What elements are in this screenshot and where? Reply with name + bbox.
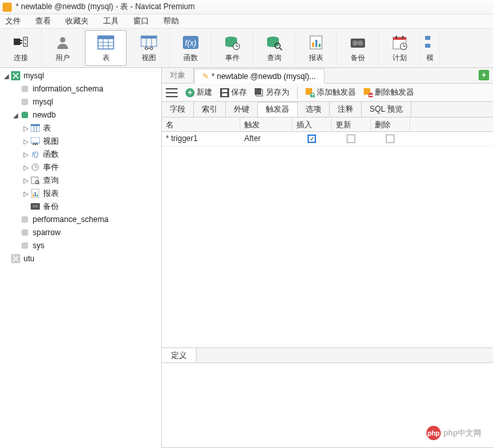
table-icon <box>97 33 115 52</box>
menu-icon[interactable] <box>166 88 178 97</box>
tree-events[interactable]: ▷ 事件 <box>0 161 161 174</box>
expand-icon[interactable]: ▷ <box>22 164 30 171</box>
window-title: * newtable @newdb (mysql) - 表 - Navicat … <box>16 1 195 12</box>
subtab-field[interactable]: 字段 <box>162 102 194 117</box>
svg-text:f(x): f(x) <box>185 39 196 48</box>
cell-insert[interactable] <box>293 132 332 146</box>
tree-db-infoschema[interactable]: information_schema <box>0 82 161 95</box>
subtab-index[interactable]: 索引 <box>194 102 226 117</box>
view-icon <box>140 33 158 52</box>
toolbar-plan[interactable]: 计划 <box>379 29 421 67</box>
menu-favorites[interactable]: 收藏夹 <box>65 16 89 27</box>
svg-point-17 <box>145 47 148 50</box>
trigger-row[interactable]: * trigger1 After <box>162 132 493 146</box>
tree-db-perfschema[interactable]: performance_schema <box>0 213 161 226</box>
tree-db-sparrow[interactable]: sparrow <box>0 226 161 239</box>
expand-icon[interactable]: ▷ <box>22 190 30 197</box>
subtab-sqlpreview[interactable]: SQL 预览 <box>362 102 411 117</box>
checkbox-insert[interactable] <box>308 135 316 143</box>
tab-editing-table[interactable]: ✎ * newtable @newdb (mysql)... <box>194 69 325 84</box>
tree-db-sys[interactable]: sys <box>0 239 161 252</box>
separator <box>297 87 298 99</box>
tree-db-newdb[interactable]: ◢ newdb <box>0 108 161 121</box>
toolbar-model[interactable]: 模 <box>421 29 440 67</box>
cell-update[interactable] <box>332 132 371 146</box>
svg-point-34 <box>353 40 358 46</box>
menu-window[interactable]: 窗口 <box>133 16 149 27</box>
svg-rect-74 <box>222 89 227 92</box>
menu-help[interactable]: 帮助 <box>163 16 179 27</box>
tree-tables[interactable]: ▷ 表 <box>0 121 161 135</box>
header-trigger[interactable]: 触发 <box>240 118 293 131</box>
def-tab-definition[interactable]: 定义 <box>162 348 197 362</box>
tree-queries[interactable]: ▷ 查询 <box>0 174 161 187</box>
connection-tree[interactable]: ◢ mysql information_schema mysql ◢ newdb… <box>0 68 162 448</box>
toolbar-report[interactable]: 报表 <box>295 29 337 67</box>
expand-icon[interactable]: ▷ <box>22 177 30 184</box>
toolbar-connect[interactable]: 连接 <box>0 29 42 67</box>
add-tab-button[interactable]: + <box>479 70 489 80</box>
subtab-comment[interactable]: 注释 <box>330 102 362 117</box>
collapse-icon[interactable]: ◢ <box>3 72 10 80</box>
tree-functions[interactable]: ▷ f() 函数 <box>0 148 161 161</box>
menu-view[interactable]: 查看 <box>35 16 51 27</box>
table-icon <box>30 123 40 133</box>
server-icon <box>10 71 21 80</box>
tree-views[interactable]: ▷ 视图 <box>0 135 161 148</box>
header-update[interactable]: 更新 <box>332 118 371 131</box>
tree-reports[interactable]: ▷ 报表 <box>0 187 161 200</box>
save-icon <box>220 88 229 97</box>
tab-objects[interactable]: 对象 <box>162 68 194 83</box>
toolbar-function[interactable]: f(x) 函数 <box>170 29 212 67</box>
menu-tools[interactable]: 工具 <box>103 16 119 27</box>
tree-backups[interactable]: 备份 <box>0 200 161 213</box>
action-saveas[interactable]: 另存为 <box>255 87 289 98</box>
checkbox-delete[interactable] <box>386 135 394 143</box>
cell-delete[interactable] <box>371 132 410 146</box>
svg-rect-59 <box>31 177 38 184</box>
database-icon <box>20 215 30 224</box>
svg-rect-32 <box>319 44 321 47</box>
header-delete[interactable]: 删除 <box>371 118 410 131</box>
watermark: php php中文网 <box>426 426 481 440</box>
header-name[interactable]: 名 <box>162 118 240 131</box>
subtab-option[interactable]: 选项 <box>298 102 330 117</box>
subtab-fk[interactable]: 外键 <box>226 102 258 117</box>
app-icon <box>3 3 12 12</box>
svg-rect-14 <box>141 36 157 39</box>
checkbox-update[interactable] <box>347 135 355 143</box>
plus-icon: + <box>185 88 195 97</box>
trigger-grid-body[interactable]: * trigger1 After <box>162 132 493 347</box>
toolbar-backup[interactable]: 备份 <box>337 29 379 67</box>
query-icon <box>30 176 40 185</box>
expand-icon[interactable]: ▷ <box>22 138 30 145</box>
expand-icon[interactable]: ▷ <box>22 151 30 158</box>
toolbar-event[interactable]: 事件 <box>212 29 253 67</box>
action-save[interactable]: 保存 <box>220 87 247 98</box>
subtab-trigger[interactable]: 触发器 <box>258 102 298 117</box>
header-insert[interactable]: 插入 <box>293 118 332 131</box>
cell-trigger[interactable]: After <box>240 132 293 146</box>
expand-icon[interactable]: ▷ <box>22 125 30 132</box>
menu-file[interactable]: 文件 <box>5 16 21 27</box>
tree-conn-utu[interactable]: utu <box>0 252 161 265</box>
svg-rect-8 <box>98 36 114 39</box>
collapse-icon[interactable]: ◢ <box>12 112 20 119</box>
function-icon: f() <box>30 150 40 159</box>
toolbar-table[interactable]: 表 <box>85 30 127 66</box>
trigger-grid-header: 名 触发 插入 更新 删除 <box>162 118 493 132</box>
svg-rect-50 <box>31 124 40 126</box>
toolbar-view[interactable]: 视图 <box>128 29 170 67</box>
titlebar: * newtable @newdb (mysql) - 表 - Navicat … <box>0 0 493 14</box>
toolbar-user[interactable]: 用户 <box>42 29 84 67</box>
tree-conn-mysql[interactable]: ◢ mysql <box>0 69 161 82</box>
action-add-trigger[interactable]: +添加触发器 <box>306 87 356 98</box>
action-new[interactable]: +新建 <box>185 87 212 98</box>
report-icon <box>307 33 325 52</box>
tree-db-mysql[interactable]: mysql <box>0 95 161 108</box>
toolbar-query[interactable]: 查询 <box>253 29 295 67</box>
cell-name[interactable]: * trigger1 <box>162 132 240 146</box>
svg-rect-75 <box>222 93 227 96</box>
svg-point-35 <box>358 40 363 46</box>
action-delete-trigger[interactable]: 删除触发器 <box>364 87 414 98</box>
